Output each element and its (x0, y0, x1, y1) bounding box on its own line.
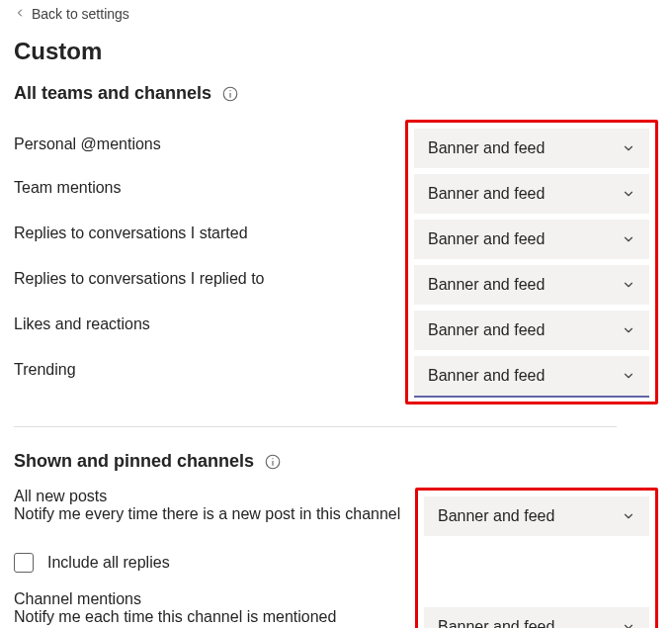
highlight-box-section2: Banner and feed Banner and feed (415, 488, 658, 628)
chevron-down-icon (622, 509, 635, 523)
dropdown-channel-mentions[interactable]: Banner and feed (424, 607, 649, 628)
chevron-down-icon (622, 369, 635, 383)
info-icon[interactable] (221, 85, 239, 103)
svg-point-2 (229, 90, 230, 91)
section-heading-shown-pinned: Shown and pinned channels (14, 451, 658, 472)
chevron-down-icon (622, 278, 635, 292)
dropdown-value: Banner and feed (428, 185, 545, 203)
chevron-left-icon (14, 6, 26, 22)
dropdown-value: Banner and feed (428, 367, 545, 385)
chevron-down-icon (622, 620, 635, 628)
setting-label-team-mentions: Team mentions (14, 165, 399, 211)
setting-sublabel: Notify me each time this channel is ment… (14, 608, 409, 626)
dropdown-personal-mentions[interactable]: Banner and feed (414, 129, 649, 168)
spacer (424, 536, 649, 607)
info-icon[interactable] (264, 453, 282, 471)
setting-all-new-posts: All new posts Notify me every time there… (14, 488, 409, 535)
back-label: Back to settings (32, 6, 129, 22)
dropdown-team-mentions[interactable]: Banner and feed (414, 174, 649, 214)
chevron-down-icon (622, 323, 635, 337)
chevron-down-icon (622, 232, 635, 246)
page-title: Custom (14, 38, 658, 65)
dropdown-all-new-posts[interactable]: Banner and feed (424, 496, 649, 536)
back-to-settings-link[interactable]: Back to settings (14, 0, 658, 28)
setting-label-replies-replied: Replies to conversations I replied to (14, 256, 399, 302)
section-heading-text: All teams and channels (14, 83, 211, 104)
section-divider (14, 426, 617, 427)
setting-label: Channel mentions (14, 590, 409, 608)
dropdown-value: Banner and feed (428, 230, 545, 248)
setting-sublabel: Notify me every time there is a new post… (14, 505, 409, 523)
setting-label: All new posts (14, 488, 409, 505)
section-heading-all-teams: All teams and channels (14, 83, 658, 104)
svg-point-5 (272, 458, 273, 459)
setting-label-likes-reactions: Likes and reactions (14, 302, 399, 347)
section-heading-text: Shown and pinned channels (14, 451, 254, 472)
checkbox-label: Include all replies (47, 554, 170, 572)
setting-label-replies-started: Replies to conversations I started (14, 211, 399, 256)
checkbox-include-all-replies[interactable]: Include all replies (14, 535, 409, 590)
chevron-down-icon (622, 187, 635, 201)
dropdown-value: Banner and feed (428, 276, 545, 294)
setting-label-trending: Trending (14, 347, 399, 393)
dropdown-replies-replied[interactable]: Banner and feed (414, 265, 649, 305)
setting-channel-mentions: Channel mentions Notify me each time thi… (14, 590, 409, 628)
highlight-box-section1: Banner and feed Banner and feed Banner a… (405, 120, 658, 404)
dropdown-likes-reactions[interactable]: Banner and feed (414, 311, 649, 350)
dropdown-value: Banner and feed (438, 507, 554, 525)
dropdown-replies-started[interactable]: Banner and feed (414, 220, 649, 259)
checkbox-icon (14, 553, 34, 573)
dropdown-value: Banner and feed (438, 618, 554, 628)
dropdown-trending[interactable]: Banner and feed (414, 356, 649, 396)
setting-label-personal-mentions: Personal @mentions (14, 120, 399, 165)
chevron-down-icon (622, 141, 635, 155)
dropdown-value: Banner and feed (428, 139, 545, 157)
dropdown-value: Banner and feed (428, 321, 545, 339)
